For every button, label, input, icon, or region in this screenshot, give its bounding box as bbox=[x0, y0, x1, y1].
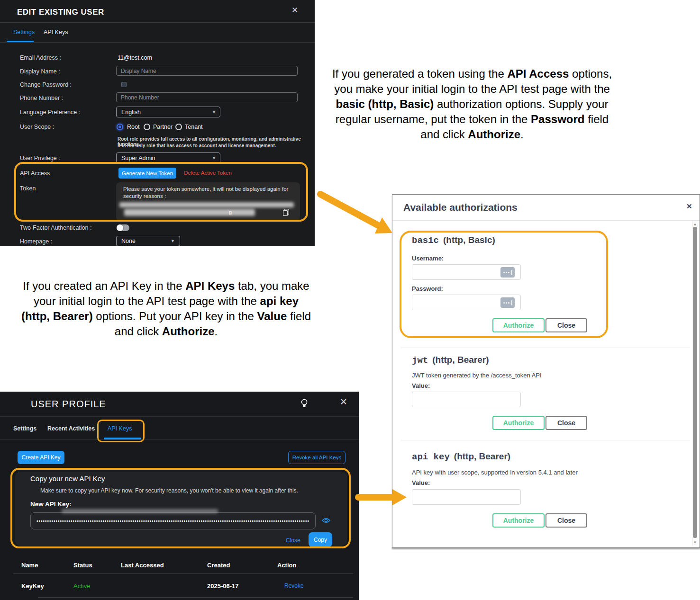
edit-tab-bar: Settings API Keys bbox=[0, 23, 315, 43]
chevron-down-icon: ▾ bbox=[213, 155, 215, 161]
close-button[interactable]: Close bbox=[545, 416, 587, 430]
api-access-label: API Access bbox=[20, 170, 50, 177]
revoke-all-api-keys-button[interactable]: Revoke all API Keys bbox=[288, 451, 345, 464]
change-password-label: Change Password : bbox=[20, 81, 72, 88]
display-name-input[interactable] bbox=[116, 66, 298, 76]
eye-icon[interactable] bbox=[322, 517, 330, 524]
token-label: Token bbox=[20, 185, 36, 192]
user-privilege-label: User Privilege : bbox=[20, 155, 60, 161]
col-last-accessed: Last Accessed bbox=[121, 562, 164, 569]
user-privilege-select[interactable]: Super Admin ▾ bbox=[116, 152, 220, 163]
profile-dialog-title: USER PROFILE bbox=[31, 399, 106, 410]
scheme-name: api key bbox=[412, 452, 450, 462]
scheme-name: jwt bbox=[412, 355, 428, 366]
radio-root[interactable] bbox=[117, 124, 123, 130]
copy-panel-title: Copy your new API Key bbox=[30, 475, 105, 483]
table-row-divider bbox=[38, 597, 353, 598]
revoke-link[interactable]: Revoke bbox=[284, 582, 304, 589]
cell-name: KeyKey bbox=[21, 582, 44, 590]
user-privilege-value: Super Admin bbox=[121, 155, 155, 161]
authorize-button[interactable]: Authorize bbox=[492, 318, 545, 332]
tab-api-keys[interactable]: API Keys bbox=[44, 29, 68, 36]
section-divider bbox=[401, 348, 690, 348]
generate-new-token-button[interactable]: Generate New Token bbox=[118, 168, 176, 179]
close-icon[interactable]: ✕ bbox=[340, 396, 347, 407]
close-button[interactable]: Close bbox=[545, 318, 587, 332]
two-factor-toggle[interactable] bbox=[117, 224, 129, 231]
col-action: Action bbox=[277, 562, 296, 569]
profile-dialog-header: USER PROFILE ✕ bbox=[0, 392, 359, 417]
scroll-down-icon[interactable]: ▼ bbox=[692, 540, 698, 545]
scrollbar-thumb[interactable] bbox=[693, 227, 697, 538]
user-scope-label: User Scope : bbox=[20, 124, 54, 130]
authorize-button[interactable]: Authorize bbox=[492, 416, 545, 430]
copy-panel-close-link[interactable]: Close bbox=[286, 537, 300, 544]
language-select[interactable]: English ▾ bbox=[116, 107, 220, 117]
token-visible-char: g bbox=[229, 209, 232, 215]
email-value: 11@test.com bbox=[118, 54, 152, 61]
homepage-value: None bbox=[121, 238, 136, 244]
tab-recent-activities[interactable]: Recent Activities bbox=[47, 425, 95, 432]
close-icon[interactable]: ✕ bbox=[686, 202, 692, 211]
new-api-key-input[interactable] bbox=[30, 512, 316, 529]
auth-dialog-header: Available authorizations ✕ bbox=[392, 195, 700, 221]
homepage-label: Homepage : bbox=[20, 238, 52, 245]
table-header-divider bbox=[13, 573, 353, 574]
phone-label: Phone Number : bbox=[20, 95, 63, 101]
profile-tab-bar: Settings Recent Activities API Keys bbox=[0, 417, 359, 440]
password-label: Password: bbox=[412, 285, 443, 292]
credentials-autofill-icon[interactable] bbox=[500, 267, 515, 278]
phone-input[interactable] bbox=[116, 92, 298, 102]
scheme-description: JWT token generated by the /access_token… bbox=[412, 372, 542, 379]
scheme-type: (http, Bearer) bbox=[454, 451, 510, 461]
copy-button[interactable]: Copy bbox=[309, 532, 332, 547]
jwt-value-input[interactable] bbox=[412, 392, 521, 407]
close-button[interactable]: Close bbox=[545, 513, 587, 528]
tab-settings[interactable]: Settings bbox=[13, 29, 35, 36]
token-panel: Please save your token somewhere, it wil… bbox=[116, 182, 300, 221]
scheme-description: API key with user scope, supported in ve… bbox=[412, 469, 578, 476]
delete-active-token-link[interactable]: Delete Active Token bbox=[184, 170, 232, 176]
email-label: Email Address : bbox=[20, 54, 61, 61]
tab-api-keys[interactable]: API Keys bbox=[108, 425, 132, 432]
auth-dialog-title: Available authorizations bbox=[403, 202, 518, 213]
chevron-down-icon: ▾ bbox=[213, 109, 215, 115]
scroll-up-icon[interactable]: ▲ bbox=[692, 222, 698, 226]
copy-icon[interactable] bbox=[283, 209, 289, 216]
available-authorizations-dialog: Available authorizations ✕ basic(http, B… bbox=[392, 194, 700, 548]
authorize-button[interactable]: Authorize bbox=[492, 513, 545, 528]
active-tab-underline bbox=[104, 438, 141, 439]
radio-partner-label: Partner bbox=[153, 124, 173, 130]
value-label: Value: bbox=[412, 479, 430, 486]
radio-tenant[interactable] bbox=[175, 124, 182, 130]
token-redacted-line2 bbox=[124, 209, 255, 216]
new-api-key-label: New API Key: bbox=[30, 501, 72, 508]
homepage-select[interactable]: None ▼ bbox=[116, 236, 180, 246]
cell-status: Active bbox=[73, 582, 90, 590]
change-password-checkbox[interactable] bbox=[121, 82, 127, 87]
create-api-key-button[interactable]: Create API Key bbox=[18, 451, 64, 464]
arrow-token-to-auth bbox=[320, 194, 392, 233]
radio-partner[interactable] bbox=[144, 124, 150, 130]
tab-settings[interactable]: Settings bbox=[13, 425, 36, 432]
lightbulb-icon[interactable] bbox=[300, 398, 309, 410]
radio-root-label: Root bbox=[127, 124, 139, 130]
auth-section-jwt-title: jwt(http, Bearer) bbox=[412, 355, 489, 366]
scheme-name: basic bbox=[412, 235, 439, 246]
auth-section-apikey-title: api key(http, Bearer) bbox=[412, 451, 510, 462]
close-icon[interactable]: ✕ bbox=[291, 5, 298, 15]
username-label: Username: bbox=[412, 255, 444, 262]
scope-help-line2: It is the only role that has access to a… bbox=[118, 143, 276, 148]
language-label: Language Preference : bbox=[20, 109, 80, 116]
language-value: English bbox=[121, 109, 141, 116]
auth-section-basic-title: basic(http, Basic) bbox=[412, 235, 495, 246]
scheme-type: (http, Bearer) bbox=[432, 355, 489, 365]
active-tab-underline bbox=[7, 41, 34, 42]
credentials-autofill-icon[interactable] bbox=[500, 297, 515, 308]
apikey-value-input[interactable] bbox=[412, 489, 521, 505]
radio-tenant-label: Tenant bbox=[185, 124, 203, 130]
dropdown-arrow-icon: ▼ bbox=[171, 239, 175, 243]
section-divider bbox=[401, 440, 690, 440]
token-redacted-line1 bbox=[119, 202, 294, 207]
display-name-label: Display Name : bbox=[20, 68, 60, 75]
